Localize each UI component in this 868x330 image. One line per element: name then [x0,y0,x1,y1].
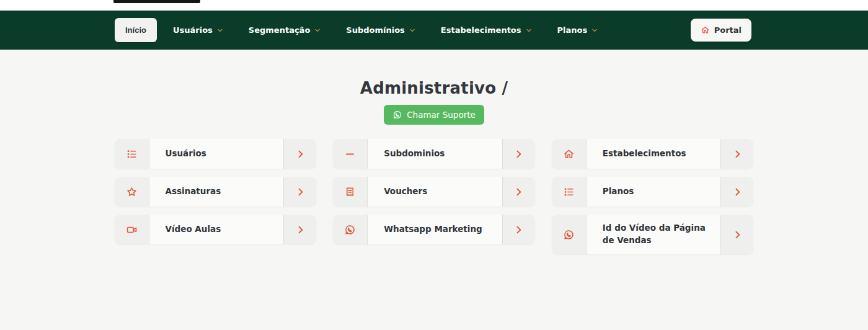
minus-icon [333,139,368,169]
chamar-suporte-label: Chamar Suporte [407,110,476,120]
nav-item-label: Planos [557,25,588,35]
home-icon [552,139,587,169]
card-label: Planos [587,177,721,207]
chevron-right-icon[interactable] [283,177,316,207]
nav-item-usuarios[interactable]: Usuários [173,25,224,35]
chevron-down-icon [216,27,224,34]
portal-button[interactable]: Portal [691,19,751,42]
chevron-down-icon [314,27,321,34]
list-icon [552,177,587,207]
nav-item-inicio[interactable]: Início [115,18,157,42]
receipt-icon [333,177,368,207]
chevron-right-icon[interactable] [502,139,535,169]
card-planos[interactable]: Planos [552,177,754,207]
chevron-right-icon[interactable] [502,177,535,207]
nav-item-label: Subdomínios [346,25,405,35]
portal-button-label: Portal [714,25,742,35]
card-label: Subdominios [368,139,502,169]
nav-item-planos[interactable]: Planos [557,25,599,35]
card-label: Assinaturas [149,177,284,207]
chevron-right-icon[interactable] [720,177,753,207]
chevron-down-icon [591,27,598,34]
chevron-right-icon[interactable] [720,215,753,254]
page-title: Administrativo / [0,50,868,97]
card-vouchers[interactable]: Vouchers [333,177,535,207]
card-subdominios[interactable]: Subdominios [333,139,535,169]
nav-item-label: Estabelecimentos [441,25,521,35]
star-icon [115,177,149,207]
chevron-right-icon[interactable] [502,215,535,244]
card-label: Id do Vídeo da Página de Vendas [587,215,721,254]
card-whatsapp-marketing[interactable]: Whatsapp Marketing [333,215,535,244]
main-navbar: Início Usuários Segmentação Subdomínios … [0,11,868,50]
chevron-right-icon[interactable] [283,215,316,244]
nav-item-segmentacao[interactable]: Segmentação [249,25,322,35]
nav-item-label: Usuários [173,25,213,35]
admin-cards-grid: Usuários Subdominios Estabelecimentos As… [115,139,754,254]
whatsapp-icon [392,110,402,120]
chamar-suporte-button[interactable]: Chamar Suporte [384,105,484,125]
nav-item-estabelecimentos[interactable]: Estabelecimentos [441,25,533,35]
nav-item-label: Segmentação [249,25,311,35]
browser-top-strip [0,0,868,11]
card-label: Whatsapp Marketing [368,215,502,244]
card-id-video-pagina-vendas[interactable]: Id do Vídeo da Página de Vendas [552,215,754,254]
card-label: Usuários [149,139,284,169]
main-content: Administrativo / Chamar Suporte Usuários… [0,50,868,330]
chevron-right-icon[interactable] [283,139,316,169]
card-label: Estabelecimentos [587,139,721,169]
list-icon [115,139,149,169]
chevron-down-icon [525,27,533,34]
card-assinaturas[interactable]: Assinaturas [115,177,317,207]
card-usuarios[interactable]: Usuários [115,139,317,169]
top-black-bar [113,0,200,3]
chevron-right-icon[interactable] [720,139,753,169]
card-video-aulas[interactable]: Vídeo Aulas [115,215,317,244]
video-icon [115,215,149,244]
card-label: Vouchers [368,177,502,207]
nav-item-subdominios[interactable]: Subdomínios [346,25,416,35]
chevron-down-icon [409,27,416,34]
card-label: Vídeo Aulas [149,215,284,244]
card-estabelecimentos[interactable]: Estabelecimentos [552,139,754,169]
whatsapp-icon [333,215,368,244]
nav-menu-list: Usuários Segmentação Subdomínios Estabel… [173,25,598,35]
whatsapp-icon [552,215,587,254]
home-icon [701,25,710,35]
